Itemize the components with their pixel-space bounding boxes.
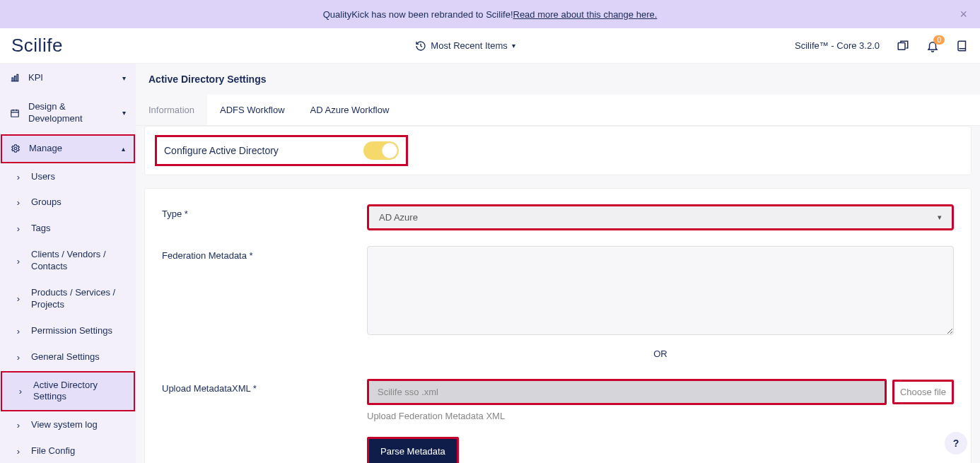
sidebar-item-ad-settings[interactable]: ›Active Directory Settings	[1, 371, 135, 412]
config-label: Configure Active Directory	[164, 145, 279, 156]
rebrand-banner: QualityKick has now been rebranded to Sc…	[0, 0, 980, 28]
page-title: Active Directory Settings	[136, 64, 980, 95]
sidebar-item-permission[interactable]: ›Permission Settings	[0, 318, 136, 344]
svg-rect-1	[12, 78, 13, 81]
tab-information[interactable]: Information	[136, 95, 207, 125]
banner-close-icon[interactable]: ×	[959, 7, 967, 22]
chevron-right-icon: ›	[13, 326, 24, 336]
notifications-icon[interactable]: 0	[926, 40, 939, 52]
version-label: Scilife™ - Core 3.2.0	[795, 40, 880, 51]
chevron-right-icon: ›	[13, 256, 24, 266]
svg-rect-2	[14, 76, 16, 81]
choose-file-button[interactable]: Choose file	[892, 380, 954, 404]
chevron-right-icon: ›	[15, 386, 26, 397]
config-card: Configure Active Directory	[144, 126, 972, 175]
sidebar-item-design[interactable]: Design & Development ▾	[0, 93, 136, 134]
recent-items-dropdown[interactable]: Most Recent Items ▾	[136, 40, 795, 52]
svg-rect-4	[11, 110, 19, 117]
windows-icon[interactable]	[897, 40, 909, 52]
tab-azure[interactable]: AD Azure Workflow	[298, 95, 402, 125]
history-icon	[415, 40, 426, 52]
type-value: AD Azure	[379, 212, 418, 223]
chevron-down-icon: ▾	[512, 42, 515, 49]
chevron-up-icon: ▴	[122, 145, 125, 153]
banner-link[interactable]: Read more about this change here.	[513, 9, 658, 20]
upload-hint: Upload Federation Metadata XML	[367, 411, 954, 421]
chevron-right-icon: ›	[13, 197, 24, 208]
sidebar-item-users[interactable]: ›Users	[0, 164, 136, 190]
chevron-right-icon: ›	[13, 293, 24, 304]
sidebar-item-general[interactable]: ›General Settings	[0, 344, 136, 370]
parse-metadata-button[interactable]: Parse Metadata	[367, 437, 459, 463]
chevron-down-icon: ▾	[122, 109, 126, 117]
banner-text: QualityKick has now been rebranded to Sc…	[323, 9, 513, 20]
fedmeta-label: Federation Metadata *	[162, 246, 367, 261]
sidebar-item-file-config[interactable]: ›File Config	[0, 438, 136, 463]
calendar-icon	[10, 108, 21, 118]
recent-items-label: Most Recent Items	[431, 40, 507, 51]
fedmeta-textarea[interactable]	[367, 246, 954, 335]
sidebar-item-groups[interactable]: ›Groups	[0, 189, 136, 216]
type-label: Type *	[162, 204, 367, 219]
sidebar-item-kpi[interactable]: KPI ▾	[0, 64, 136, 93]
svg-rect-0	[898, 42, 905, 49]
chevron-right-icon: ›	[13, 446, 24, 457]
type-select[interactable]: AD Azure ▾	[367, 204, 954, 230]
notif-badge: 0	[933, 35, 945, 45]
help-icon: ?	[953, 438, 959, 449]
tabs: Information ADFS Workflow AD Azure Workf…	[136, 95, 980, 126]
book-icon[interactable]	[956, 40, 969, 52]
chart-icon	[10, 73, 21, 83]
logo[interactable]: Scilife	[11, 35, 136, 57]
sidebar-item-system-log[interactable]: ›View system log	[0, 412, 136, 438]
tab-adfs[interactable]: ADFS Workflow	[207, 95, 298, 125]
chevron-right-icon: ›	[13, 223, 24, 234]
sidebar: KPI ▾ Design & Development ▾ Manage ▴ ›U…	[0, 64, 136, 463]
sidebar-item-manage[interactable]: Manage ▴	[1, 134, 135, 163]
help-fab[interactable]: ?	[945, 432, 967, 455]
or-divider: OR	[367, 348, 954, 359]
upload-filename-input[interactable]: Scilife sso .xml	[367, 379, 887, 405]
upload-label: Upload MetadataXML *	[162, 379, 367, 394]
sidebar-item-clients[interactable]: ›Clients / Vendors / Contacts	[0, 242, 136, 280]
form-card: Type * AD Azure ▾ Federation Metadata *	[144, 188, 972, 463]
chevron-right-icon: ›	[13, 420, 24, 430]
svg-rect-3	[17, 75, 18, 81]
gear-icon	[11, 143, 22, 153]
svg-point-5	[14, 147, 17, 150]
sidebar-item-tags[interactable]: ›Tags	[0, 216, 136, 242]
chevron-down-icon: ▾	[938, 213, 942, 222]
app-header: Scilife Most Recent Items ▾ Scilife™ - C…	[0, 28, 980, 64]
config-toggle[interactable]	[363, 141, 399, 160]
chevron-down-icon: ▾	[122, 74, 126, 82]
chevron-right-icon: ›	[13, 352, 24, 363]
content-area: Active Directory Settings Information AD…	[136, 64, 980, 463]
chevron-right-icon: ›	[13, 172, 24, 182]
sidebar-item-products[interactable]: ›Products / Services / Projects	[0, 280, 136, 318]
